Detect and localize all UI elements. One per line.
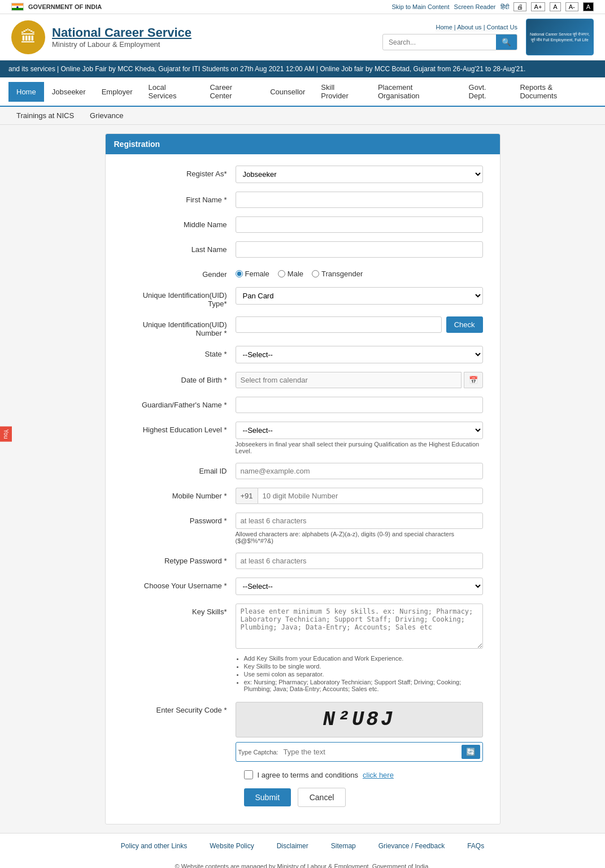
retype-password-label: Retype Password *: [123, 553, 236, 565]
terms-text: I agree to terms and conditions: [258, 771, 359, 779]
middle-name-input[interactable]: [236, 216, 483, 233]
check-button[interactable]: Check: [446, 316, 483, 333]
font-normal-btn[interactable]: A: [550, 2, 560, 11]
state-select[interactable]: --Select--: [236, 346, 483, 363]
nav-counsellor[interactable]: Counsellor: [262, 82, 313, 102]
key-skills-hints: Add Key Skills from your Education and W…: [236, 655, 483, 692]
password-label: Password *: [123, 513, 236, 525]
gender-female-radio[interactable]: [236, 270, 243, 277]
content-area: Registration Register As* Jobseeker Empl…: [0, 125, 605, 833]
nav-local-services[interactable]: Local Services: [141, 77, 202, 106]
first-name-row: First Name *: [123, 192, 483, 208]
uid-type-wrap: Pan Card Aadhaar Card Voter ID: [236, 287, 483, 305]
nav-home[interactable]: Home: [8, 82, 44, 102]
mobile-input[interactable]: [258, 488, 483, 504]
mobile-group: +91: [236, 488, 483, 504]
guardian-label: Guardian/Father's Name *: [123, 397, 236, 409]
captcha-image: N²U8J: [236, 702, 483, 737]
uid-number-group: Check: [236, 316, 483, 333]
terms-checkbox[interactable]: [244, 770, 253, 779]
search-button[interactable]: 🔍: [496, 34, 517, 50]
footer-sitemap-link[interactable]: Sitemap: [331, 842, 356, 850]
username-select[interactable]: --Select--: [236, 578, 483, 595]
calendar-icon[interactable]: 📅: [464, 372, 483, 388]
nav-reports[interactable]: Reports & Documents: [512, 77, 597, 106]
first-name-input[interactable]: [236, 192, 483, 208]
ticker-text: and its services | Online Job Fair by MC…: [8, 65, 525, 73]
register-as-select[interactable]: Jobseeker Employer Other: [236, 166, 483, 183]
dob-input[interactable]: [236, 372, 462, 388]
email-input[interactable]: [236, 463, 483, 479]
key-skills-textarea[interactable]: [236, 604, 483, 649]
footer-faqs-link[interactable]: FAQs: [467, 842, 484, 850]
uid-number-input[interactable]: [236, 316, 442, 333]
state-wrap: --Select--: [236, 346, 483, 363]
first-name-label: First Name *: [123, 192, 236, 204]
nav-placement[interactable]: Placement Organisation: [370, 77, 461, 106]
education-select[interactable]: --Select--: [236, 422, 483, 439]
nav-employer[interactable]: Employer: [94, 82, 141, 102]
nav-skill-provider[interactable]: Skill Provider: [313, 77, 370, 106]
hindi-link[interactable]: हिंदी: [500, 3, 509, 11]
education-row: Highest Education Level * --Select-- Job…: [123, 422, 483, 454]
top-bar-left: GOVERNMENT OF INDIA: [11, 3, 102, 11]
skip-main-link[interactable]: Skip to Main Content: [391, 3, 449, 10]
retype-password-row: Retype Password *: [123, 553, 483, 569]
nav-govt-dept[interactable]: Govt. Dept.: [461, 77, 512, 106]
email-row: Email ID: [123, 463, 483, 479]
home-link[interactable]: Home: [436, 24, 452, 31]
state-label: State *: [123, 346, 236, 358]
about-link[interactable]: About us: [457, 24, 481, 31]
password-row: Password * Allowed characters are: alpha…: [123, 513, 483, 544]
screen-reader-link[interactable]: Screen Reader: [454, 3, 496, 10]
site-subtitle: Ministry of Labour & Employment: [52, 40, 191, 49]
gender-male-label[interactable]: Male: [278, 270, 303, 278]
guardian-wrap: [236, 397, 483, 413]
nav-trainings[interactable]: Trainings at NICS: [8, 107, 82, 124]
footer-links: Policy and other Links Website Policy Di…: [0, 833, 605, 858]
contact-link[interactable]: Contact Us: [487, 24, 517, 31]
uid-number-wrap: Check: [236, 316, 483, 333]
footer-website-policy-link[interactable]: Website Policy: [210, 842, 254, 850]
last-name-input[interactable]: [236, 241, 483, 258]
footer-copy: © Website contents are managed by Minist…: [0, 858, 605, 868]
guardian-row: Guardian/Father's Name *: [123, 397, 483, 413]
font-larger-btn[interactable]: A+: [531, 2, 546, 11]
gender-male-radio[interactable]: [278, 270, 285, 277]
terms-link[interactable]: click here: [363, 771, 394, 779]
dob-row: Date of Birth * 📅: [123, 372, 483, 388]
print-btn[interactable]: 🖨: [513, 2, 526, 11]
gender-transgender-label[interactable]: Transgender: [312, 270, 363, 278]
gender-label: Gender: [123, 266, 236, 279]
footer-grievance-link[interactable]: Grievance / Feedback: [378, 842, 445, 850]
home-links: Home | About us | Contact Us: [436, 24, 517, 31]
gender-female-label[interactable]: Female: [236, 270, 269, 278]
guardian-input[interactable]: [236, 397, 483, 413]
gender-transgender-radio[interactable]: [312, 270, 319, 277]
last-name-row: Last Name: [123, 241, 483, 258]
captcha-refresh-button[interactable]: 🔄: [462, 745, 480, 759]
footer-disclaimer-link[interactable]: Disclaimer: [277, 842, 308, 850]
password-input[interactable]: [236, 513, 483, 529]
search-input[interactable]: [383, 36, 496, 49]
nav-career-center[interactable]: Career Center: [202, 77, 262, 106]
email-label: Email ID: [123, 463, 236, 475]
uid-type-select[interactable]: Pan Card Aadhaar Card Voter ID: [236, 287, 483, 305]
captcha-input[interactable]: [281, 745, 458, 758]
font-smaller-btn[interactable]: A-: [565, 2, 578, 11]
key-skills-row: Key Skills* Add Key Skills from your Edu…: [123, 604, 483, 693]
gender-female-text: Female: [245, 270, 269, 278]
security-code-label: Enter Security Code *: [123, 702, 236, 714]
middle-name-label: Middle Name: [123, 216, 236, 229]
gender-group: Female Male Transgender: [236, 266, 483, 278]
nav-jobseeker[interactable]: Jobseeker: [44, 82, 94, 102]
submit-button[interactable]: Submit: [244, 788, 291, 806]
terms-row: I agree to terms and conditions click he…: [244, 770, 483, 779]
nav-grievance[interactable]: Grievance: [82, 107, 131, 124]
retype-password-input[interactable]: [236, 553, 483, 569]
education-label: Highest Education Level *: [123, 422, 236, 434]
footer-policy-link[interactable]: Policy and other Links: [121, 842, 187, 850]
register-as-label: Register As*: [123, 166, 236, 178]
contrast-btn[interactable]: A: [583, 2, 594, 11]
cancel-button[interactable]: Cancel: [298, 788, 346, 807]
